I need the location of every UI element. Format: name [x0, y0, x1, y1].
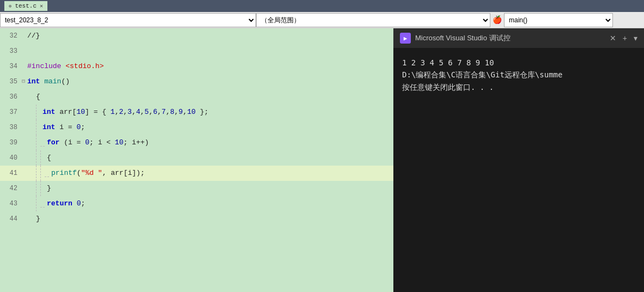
- tab-pin-icon: ⊕: [9, 3, 11, 9]
- line-number: 39: [0, 135, 22, 150]
- terminal-body: 1 2 3 4 5 6 7 8 9 10 D:\编程合集\C语言合集\Git远程…: [393, 48, 644, 292]
- terminal-titlebar: ▶ Microsoft Visual Studio 调试控 ✕ + ▾: [393, 28, 644, 48]
- line-number: 33: [0, 44, 22, 59]
- func-icon: 🍎: [493, 15, 502, 25]
- line-number: 35: [0, 74, 22, 89]
- line-number: 32: [0, 28, 22, 44]
- terminal-output-line-3: 按任意键关闭此窗口. . .: [402, 81, 635, 93]
- line-number: 41: [0, 166, 22, 181]
- toolbar: test_2023_8_2 （全局范围） 🍎 main(): [0, 12, 644, 28]
- terminal-output-line-1: 1 2 3 4 5 6 7 8 9 10: [402, 57, 635, 69]
- terminal-controls: ✕ + ▾: [610, 34, 637, 42]
- terminal-title: Microsoft Visual Studio 调试控: [415, 33, 605, 43]
- terminal-icon-symbol: ▶: [404, 35, 408, 42]
- line-number: 40: [0, 150, 22, 166]
- tab-filename: test.c: [15, 3, 37, 9]
- title-bar: ⊕ test.c ✕: [0, 0, 644, 12]
- function-dropdown[interactable]: main(): [504, 13, 613, 27]
- line-number: 43: [0, 196, 22, 211]
- terminal-icon: ▶: [400, 33, 411, 44]
- line-number: 34: [0, 59, 22, 74]
- terminal-dropdown-button[interactable]: ▾: [634, 34, 637, 42]
- line-number: 36: [0, 89, 22, 105]
- terminal-add-button[interactable]: +: [623, 34, 627, 42]
- line-number: 38: [0, 120, 22, 135]
- file-tab[interactable]: ⊕ test.c ✕: [4, 1, 47, 11]
- terminal-output-line-2: D:\编程合集\C语言合集\Git远程仓库\summe: [402, 69, 635, 81]
- terminal-panel: ▶ Microsoft Visual Studio 调试控 ✕ + ▾ 1 2 …: [393, 28, 644, 292]
- tab-close-icon[interactable]: ✕: [40, 3, 43, 9]
- context-dropdown[interactable]: （全局范围）: [256, 13, 490, 27]
- content-wrapper: 32 //} 33 34 #include <stdio.h>: [0, 28, 644, 292]
- main-area: 32 //} 33 34 #include <stdio.h>: [0, 28, 644, 292]
- scope-dropdown[interactable]: test_2023_8_2: [0, 13, 256, 27]
- line-number: 44: [0, 211, 22, 227]
- line-number: 42: [0, 181, 22, 196]
- line-number: 37: [0, 105, 22, 120]
- terminal-close-button[interactable]: ✕: [610, 34, 616, 42]
